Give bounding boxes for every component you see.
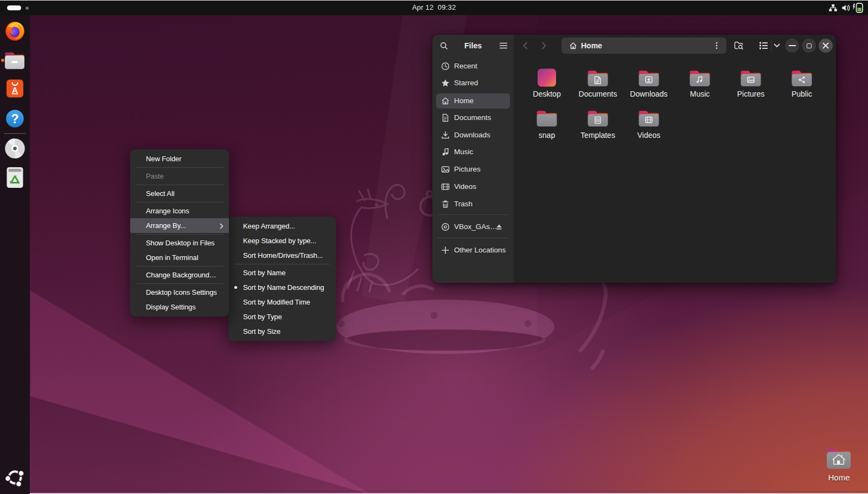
svg-text:?: ? [11, 112, 18, 126]
svg-text:A: A [12, 85, 18, 94]
